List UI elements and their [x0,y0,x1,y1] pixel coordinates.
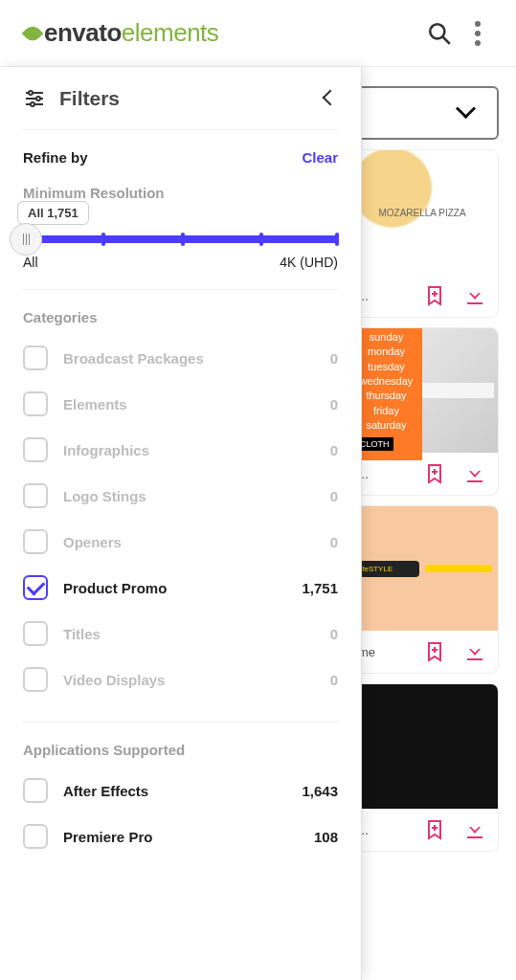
card-thumbnail: LifeSTYLE [347,506,498,631]
svg-point-0 [430,24,444,38]
refine-section: Refine by Clear [23,130,338,166]
slider-handle[interactable] [10,223,42,256]
svg-line-1 [442,36,450,44]
option-count: 0 [330,672,338,688]
option-count: 0 [330,534,338,550]
resolution-slider[interactable]: All 1,751 All 4K (UHD) [23,235,338,270]
option-label: Titles [63,626,101,642]
category-option[interactable]: Openers 0 [23,519,338,565]
overflow-menu-button[interactable] [459,14,497,53]
slider-tooltip: All 1,751 [17,201,89,225]
checkbox[interactable] [23,345,48,370]
card-actions: me [347,631,498,673]
checkbox[interactable] [23,621,48,646]
category-option[interactable]: Logo Stings 0 [23,473,338,519]
thumb-caption: LifeSTYLE [352,561,419,577]
option-count: 1,751 [302,580,338,596]
checkbox[interactable] [23,778,48,803]
search-icon [427,21,452,46]
result-card[interactable]: sunday monday tuesday wednesday thursday… [346,327,499,496]
filters-header: Filters [23,67,338,130]
results-column: MOZARELLA PIZZA ... sunday monday tuesda… [346,86,499,852]
category-option[interactable]: Titles 0 [23,611,338,657]
checkbox[interactable] [23,824,48,849]
leaf-icon [22,22,44,44]
checkbox[interactable] [23,575,48,600]
card-thumbnail: MOZARELLA PIZZA [347,150,498,275]
resolution-heading: Minimum Resolution [23,185,338,201]
clear-filters-link[interactable]: Clear [302,149,338,166]
application-option[interactable]: Premiere Pro 108 [23,813,338,859]
checkbox[interactable] [23,483,48,508]
resolution-section: Minimum Resolution All 1,751 All 4K (UHD… [23,166,338,290]
svg-rect-4 [467,302,482,304]
refine-by-label: Refine by [23,149,88,166]
categories-section: Categories Broadcast Packages 0 Elements… [23,290,338,723]
sort-dropdown[interactable] [346,86,499,140]
filters-panel: Filters Refine by Clear Minimum Resoluti… [0,67,362,980]
download-icon[interactable] [463,818,486,841]
card-thumbnail [347,684,498,809]
checkbox[interactable] [23,391,48,416]
result-card[interactable]: LifeSTYLE me [346,505,499,674]
option-count: 1,643 [302,783,338,799]
option-count: 0 [330,396,338,412]
categories-heading: Categories [23,309,338,325]
option-count: 0 [330,626,338,642]
option-count: 108 [314,829,338,845]
result-card[interactable]: MOZARELLA PIZZA ... [346,149,499,318]
card-actions: ... [347,275,498,317]
overflow-icon [475,21,481,27]
applications-heading: Applications Supported [23,742,338,758]
svg-point-19 [31,102,34,106]
filters-title: Filters [59,87,120,110]
result-card[interactable]: ... [346,683,499,852]
checkbox[interactable] [23,667,48,692]
svg-point-15 [29,91,33,95]
bookmark-add-icon[interactable] [423,818,446,841]
svg-rect-13 [467,836,482,838]
slider-track [23,235,338,243]
category-option[interactable]: Infographics 0 [23,427,338,473]
option-count: 0 [330,350,338,367]
thumb-caption: sunday monday tuesday wednesday thursday… [356,330,416,434]
search-button[interactable] [420,14,459,53]
option-label: Premiere Pro [63,829,152,845]
application-option[interactable]: After Effects 1,643 [23,768,338,813]
applications-section: Applications Supported After Effects 1,6… [23,723,338,879]
checkbox[interactable] [23,437,48,462]
category-option[interactable]: Broadcast Packages 0 [23,335,338,381]
download-icon[interactable] [463,462,486,485]
option-label: Elements [63,396,127,412]
card-actions: ... [347,809,498,851]
collapse-panel-button[interactable] [321,90,338,107]
bookmark-add-icon[interactable] [423,462,446,485]
chevron-down-icon [459,104,476,122]
bookmark-add-icon[interactable] [423,284,446,307]
svg-rect-7 [467,480,482,482]
category-option[interactable]: Product Promo 1,751 [23,565,338,611]
category-option[interactable]: Elements 0 [23,381,338,427]
brand-logo[interactable]: envato elements [25,18,218,48]
option-label: Infographics [63,442,149,458]
option-label: After Effects [63,783,148,799]
download-icon[interactable] [463,640,486,663]
slider-max-label: 4K (UHD) [280,255,338,270]
slider-min-label: All [23,255,38,270]
bookmark-add-icon[interactable] [423,640,446,663]
topbar: envato elements [0,0,516,67]
thumb-caption: MOZARELLA PIZZA [378,208,465,218]
option-label: Openers [63,534,122,550]
category-option[interactable]: Video Displays 0 [23,657,338,702]
svg-point-17 [36,97,40,100]
option-label: Broadcast Packages [63,350,204,367]
brand-word-2: elements [122,18,219,48]
sliders-icon [23,87,46,110]
option-label: Product Promo [63,580,167,596]
svg-rect-10 [467,658,482,660]
card-thumbnail: sunday monday tuesday wednesday thursday… [347,328,498,453]
brand-word-1: envato [44,18,122,48]
checkbox[interactable] [23,529,48,554]
option-label: Video Displays [63,672,165,688]
download-icon[interactable] [463,284,486,307]
